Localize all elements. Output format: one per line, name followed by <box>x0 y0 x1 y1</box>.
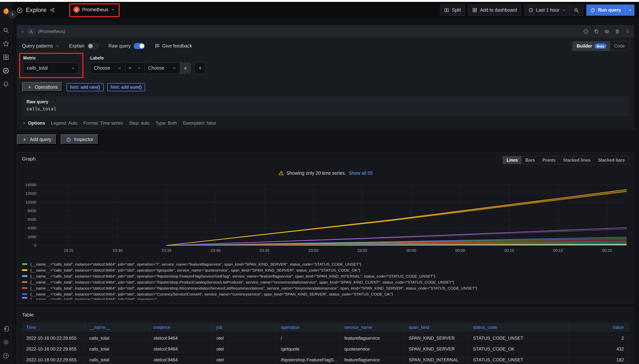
chevron-right-icon <box>22 121 26 125</box>
explore-compass-icon <box>16 7 23 13</box>
column-header-instance[interactable]: instance <box>149 322 212 332</box>
svg-text:12000: 12000 <box>26 191 36 196</box>
apps-icon <box>2 54 9 60</box>
column-header-operation[interactable]: operation <box>276 322 340 332</box>
add-label-filter-button[interactable] <box>194 62 206 74</box>
query-row-header[interactable]: A (Prometheus) ? <box>17 25 634 38</box>
label-key-select[interactable]: Choose <box>90 62 125 74</box>
query-hints: hint: add rate()hint: add sum() <box>66 83 145 91</box>
run-query-button[interactable]: Run query <box>586 4 634 16</box>
option-exemplars: Exemplars: false <box>183 120 216 126</box>
table-cell-time: 2022-10-16 00:22:29.655 <box>22 344 85 354</box>
compass-icon <box>2 67 9 74</box>
legend-item[interactable]: {__name__="calls_total", instance="otelc… <box>22 267 629 273</box>
hint-hint-add-sum[interactable]: hint: add sum() <box>107 83 145 91</box>
sidebar-sign-in[interactable] <box>0 322 12 336</box>
run-query-dropdown[interactable] <box>625 4 634 16</box>
hint-hint-add-rate[interactable]: hint: add rate() <box>66 83 104 91</box>
add-query-button[interactable]: Add query <box>17 134 57 145</box>
sidebar-settings[interactable] <box>0 336 12 349</box>
column-header-name[interactable]: __name__ <box>85 322 149 332</box>
svg-text:00:00: 00:00 <box>406 248 416 252</box>
chevron-down-icon <box>562 8 566 12</box>
remove-label-filter-button[interactable] <box>180 62 191 74</box>
add-to-dashboard-button[interactable]: Add to dashboard <box>468 4 521 16</box>
time-picker-group: Last 1 hour <box>524 4 583 16</box>
table-header-row: Time__name__instancejoboperationservice_… <box>22 322 629 332</box>
legend-swatch <box>22 275 27 277</box>
metric-select[interactable]: calls_total <box>23 62 78 74</box>
warning-triangle-icon <box>278 170 284 176</box>
svg-text:6000: 6000 <box>28 217 36 222</box>
graph-mode-stacked-lines[interactable]: Stacked lines <box>559 156 594 164</box>
timeseries-chart[interactable]: 0200040006000800010000120001400023:2523:… <box>22 180 629 260</box>
column-header-service-name[interactable]: service_name <box>340 322 404 332</box>
sidebar-help[interactable]: ? <box>0 349 12 362</box>
sidebar-search[interactable] <box>0 24 12 37</box>
legend-swatch <box>22 287 27 289</box>
query-editor: A (Prometheus) ? Query patterns Explain <box>17 25 634 130</box>
show-all-series-link[interactable]: Show all 55 <box>348 170 373 176</box>
legend-item[interactable]: {__name__="calls_total", instance="otelc… <box>22 261 629 267</box>
column-header-value[interactable]: Value <box>568 322 629 332</box>
column-header-job[interactable]: job <box>212 322 276 332</box>
legend-item[interactable]: {__name__="calls_total", instance="otelc… <box>22 297 629 300</box>
search-icon <box>2 27 9 34</box>
builder-mode-button[interactable]: Builder Beta <box>573 42 610 50</box>
sidebar-explore[interactable] <box>0 64 12 78</box>
share-icon[interactable] <box>50 8 55 13</box>
query-help-icon[interactable]: ? <box>583 29 588 34</box>
chevron-down-icon <box>56 44 59 48</box>
remove-query-icon[interactable] <box>615 29 620 34</box>
query-patterns-dropdown[interactable]: Query patterns <box>22 44 59 49</box>
sidebar-starred[interactable] <box>0 37 12 50</box>
legend-item[interactable]: {__name__="calls_total", instance="otelc… <box>22 291 629 297</box>
collapse-chevron-icon[interactable] <box>20 30 24 33</box>
zoom-out-time-button[interactable] <box>570 5 583 15</box>
query-options-row[interactable]: Options Legend: AutoFormat: Time seriesS… <box>17 118 634 128</box>
explore-content: A (Prometheus) ? Query patterns Explain <box>12 18 639 364</box>
legend-item[interactable]: {__name__="calls_total", instance="otelc… <box>22 279 629 285</box>
table-cell-time: 2022-10-16 00:22:29.655 <box>22 354 85 364</box>
split-button[interactable]: Split <box>440 4 465 16</box>
column-header-time[interactable]: Time <box>22 322 85 332</box>
column-header-status-code[interactable]: status_code <box>469 322 568 332</box>
sidebar-alerting[interactable] <box>0 78 12 91</box>
graph-mode-points[interactable]: Points <box>538 156 559 164</box>
table-cell-service-name: quoteservice <box>340 344 404 354</box>
raw-query-toggle[interactable] <box>134 43 145 49</box>
legend-item[interactable]: {__name__="calls_total", instance="otelc… <box>22 273 629 279</box>
label-value-select[interactable]: Choose <box>145 62 180 74</box>
code-mode-button[interactable]: Code <box>610 42 628 50</box>
explain-toggle[interactable] <box>87 43 98 49</box>
table-cell-name: calls_total <box>85 332 149 344</box>
graph-panel-title: Graph <box>22 156 36 162</box>
hide-query-icon[interactable] <box>604 29 610 34</box>
results-table: Time__name__instancejoboperationservice_… <box>22 322 629 364</box>
svg-text:00:05: 00:05 <box>455 248 465 252</box>
column-header-span-kind[interactable]: span_kind <box>404 322 469 332</box>
operations-button[interactable]: Operations <box>22 82 63 92</box>
sidebar-expand-button[interactable] <box>8 10 16 18</box>
table-cell-name: calls_total <box>85 354 149 364</box>
star-icon <box>2 40 9 47</box>
inspector-button[interactable]: Inspector <box>60 134 99 145</box>
drag-handle-icon[interactable] <box>625 29 630 34</box>
legend-series-label: {__name__="calls_total", instance="otelc… <box>30 297 157 300</box>
series-limit-warning: Showing only 20 time series. Show all 55 <box>22 170 629 176</box>
label-operator-select[interactable]: = <box>125 62 145 74</box>
graph-mode-bars[interactable]: Bars <box>522 156 538 164</box>
table-panel-title: Table <box>22 312 34 318</box>
graph-mode-lines[interactable]: Lines <box>503 156 522 164</box>
query-datasource-name: (Prometheus) <box>38 29 65 34</box>
give-feedback-link[interactable]: Give feedback <box>155 44 192 49</box>
time-range-picker[interactable]: Last 1 hour <box>524 5 570 15</box>
graph-mode-stacked-bars[interactable]: Stacked bars <box>594 156 628 164</box>
sidebar-dashboards[interactable] <box>0 50 12 64</box>
sync-icon <box>590 8 595 12</box>
duplicate-query-icon[interactable] <box>594 29 599 34</box>
legend-item[interactable]: {__name__="calls_total", instance="otelc… <box>22 285 629 291</box>
browser-edge-strip <box>0 0 639 2</box>
datasource-picker[interactable]: Prometheus <box>73 6 115 12</box>
query-ref-id[interactable]: A <box>27 28 35 34</box>
